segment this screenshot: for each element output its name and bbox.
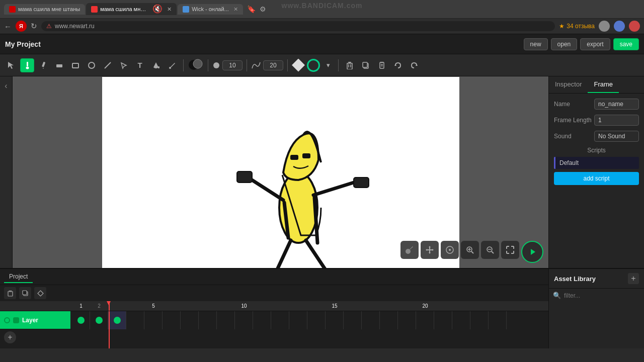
frame-cell-2[interactable] [90,311,108,329]
dropdown-btn[interactable]: ▾ [322,59,334,71]
move-ctrl-btn[interactable] [421,241,439,259]
eyedrop-tool[interactable] [165,58,179,72]
yandex-icon[interactable]: Я [16,21,27,32]
line-tool[interactable] [101,58,115,72]
tab2-mute-icon: 🔇 [152,5,163,13]
zoom-out-ctrl-btn[interactable] [481,241,499,259]
frame-cell-19[interactable] [398,311,416,329]
frame-cell-11[interactable] [253,311,271,329]
name-value[interactable]: no_name [594,99,639,110]
inspector-tab[interactable]: Inspector [549,76,588,93]
copy-btn[interactable] [359,58,373,72]
frame-cell-1[interactable] [72,311,90,329]
user-icon[interactable] [614,21,625,32]
frame-cell-17[interactable] [362,311,380,329]
rating-text: 34 отзыва [567,23,595,30]
frame-cell-8[interactable] [199,311,217,329]
eraser-tool[interactable] [52,58,66,72]
delete-btn[interactable] [343,58,357,72]
redo-btn[interactable] [407,58,421,72]
diamond-shape[interactable] [292,59,305,72]
stroke-color-btn[interactable] [188,58,204,72]
frame-cell-22[interactable] [452,311,470,329]
fullscreen-ctrl-btn[interactable] [501,241,519,259]
svg-marker-39 [429,246,431,247]
undo-btn[interactable] [391,58,405,72]
stroke-size-input[interactable]: 10 [222,60,243,70]
brush-tool[interactable] [20,58,34,72]
frame-cell-21[interactable] [434,311,452,329]
svg-rect-27 [302,153,310,158]
text-tool[interactable]: T [133,58,147,72]
frame-cell-16[interactable] [344,311,362,329]
asset-filter-input[interactable] [564,292,640,299]
frames-track: 1 2 5 10 15 [72,301,548,348]
svg-line-32 [273,240,291,268]
paste-btn[interactable] [375,58,389,72]
new-button[interactable]: new [524,38,548,50]
diamond-btn[interactable] [34,287,46,299]
frame-cell-15[interactable] [326,311,344,329]
rectangle-tool[interactable] [68,58,83,72]
main-content: ‹ [0,76,644,268]
circle-tool[interactable] [85,58,99,72]
asset-add-btn[interactable]: + [628,273,639,284]
frame-cell-10[interactable] [235,311,253,329]
pencil-tool[interactable] [36,58,50,72]
play-btn[interactable] [521,241,543,263]
add-layer-btn[interactable]: + [4,331,16,343]
frame-cell-3[interactable] [108,311,126,329]
browser-tab-1[interactable]: мама сшила мне штаны [4,4,85,15]
gutter-arrow[interactable]: ‹ [5,81,7,90]
frame-cell-7[interactable] [181,311,199,329]
canvas-drawing [102,77,459,268]
delete-layer-btn[interactable] [4,287,16,299]
copy-frame-btn[interactable] [19,287,31,299]
frame-cell-5[interactable] [144,311,163,329]
back-button[interactable]: ← [4,22,12,31]
tab2-close-icon[interactable]: ✕ [167,6,172,13]
canvas-panel[interactable] [102,77,459,268]
frame-cell-20[interactable] [416,311,434,329]
settings-icon[interactable]: ⚙ [260,5,266,13]
zoom-in-ctrl-btn[interactable] [461,241,479,259]
default-script[interactable]: Default [554,157,639,169]
select-tool[interactable] [4,58,18,72]
teal-circle-btn[interactable] [307,59,320,72]
tab3-icon [183,6,189,13]
bookmark-icon[interactable]: 🔖 [247,5,256,13]
fill-tool[interactable] [149,58,163,72]
frame-cell-6[interactable] [163,311,181,329]
fill-size-input[interactable]: 20 [263,60,283,70]
reload-button[interactable]: ↻ [31,22,37,31]
bottom-area: Project [0,268,644,348]
paint-ctrl-btn[interactable] [400,241,419,259]
add-script-btn[interactable]: add script [554,172,639,185]
extension-icon[interactable] [629,21,640,32]
address-bar[interactable]: ⚠ www.newart.ru [41,21,555,31]
layer-lock-btn[interactable] [13,317,19,323]
layer-visibility-btn[interactable] [4,317,10,323]
sound-value[interactable]: No Sound [594,131,639,142]
tab3-close-icon[interactable]: ✕ [233,6,238,13]
frame-cell-4[interactable] [126,311,144,329]
frame-cell-12[interactable] [271,311,289,329]
profile-icon[interactable] [599,21,610,32]
browser-tab-3[interactable]: Wick - онлай... ✕ [178,4,243,15]
save-button[interactable]: save [613,38,639,50]
open-button[interactable]: open [551,38,578,50]
svg-rect-18 [363,62,367,67]
origin-ctrl-btn[interactable] [441,241,459,259]
frame-tab[interactable]: Frame [588,76,619,93]
browser-tab-2[interactable]: мама сшила мне ш... 🔇 ✕ [86,3,177,15]
frame-cell-13[interactable] [289,311,307,329]
transform-tool[interactable] [117,58,131,72]
frame-cell-9[interactable] [217,311,235,329]
frame-cell-24[interactable] [489,311,507,329]
project-tab[interactable]: Project [4,271,33,283]
export-button[interactable]: export [580,38,610,50]
frame-cell-14[interactable] [307,311,326,329]
frame-cell-23[interactable] [470,311,489,329]
frame-length-value[interactable]: 1 [594,115,639,126]
frame-cell-18[interactable] [380,311,398,329]
